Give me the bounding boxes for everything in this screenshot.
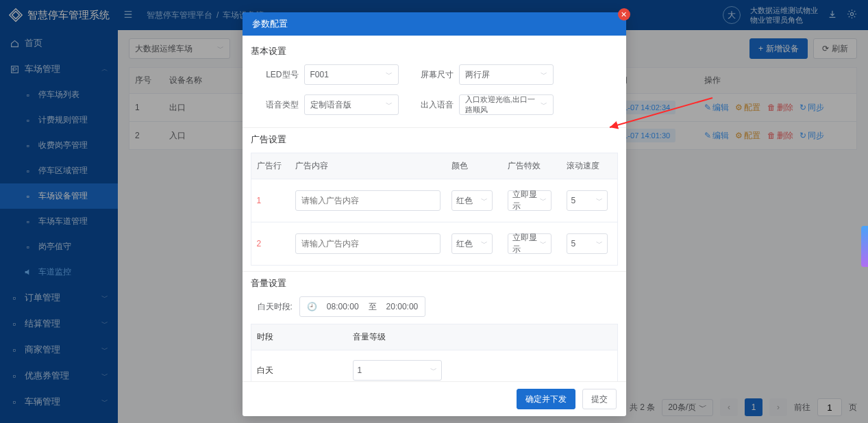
chevron-down-icon: ﹀ [386,100,393,110]
modal-title: 参数配置 [252,18,288,29]
chevron-down-icon: ﹀ [537,239,547,248]
ad-speed-select[interactable]: 5﹀ [567,190,608,211]
ad-row: 2 红色﹀ 立即显示﹀ 5﹀ [251,222,617,265]
modal-footer: 确定并下发 提交 [243,381,626,416]
chevron-down-icon: ﹀ [427,366,437,375]
ad-color-select[interactable]: 红色﹀ [451,233,493,254]
chevron-down-icon: ﹀ [541,100,547,110]
chevron-down-icon: ﹀ [593,239,603,248]
voice-type-select[interactable]: 定制语音版﹀ [304,94,399,115]
screen-size-select[interactable]: 两行屏﹀ [459,64,554,85]
ad-effect-select[interactable]: 立即显示﹀ [508,233,551,254]
ad-table: 广告行 广告内容 颜色 广告特效 滚动速度 1 红色﹀ 立即显示﹀ 5﹀ 2 红… [251,153,618,266]
close-icon[interactable]: ✕ [618,8,630,21]
chevron-down-icon: ﹀ [386,70,393,79]
ad-row: 1 红色﹀ 立即显示﹀ 5﹀ [251,179,617,222]
modal-header: 参数配置 ✕ [243,12,626,36]
chevron-down-icon: ﹀ [478,196,488,205]
side-feedback-tab[interactable] [861,226,868,267]
submit-button[interactable]: 提交 [582,389,617,409]
screen-size-label: 屏幕尺寸 [412,69,454,81]
confirm-send-button[interactable]: 确定并下发 [517,389,575,409]
section-basic: 基本设置 [251,45,618,57]
modal-mask: 参数配置 ✕ 基本设置 LED型号 F001﹀ 屏幕尺寸 两行屏﹀ 语音类型 定… [0,0,868,423]
led-model-select[interactable]: F001﹀ [304,64,399,85]
day-range-label: 白天时段: [258,301,293,313]
clock-icon: 🕘 [307,302,317,311]
time-range-picker[interactable]: 🕘 08:00:00 至 20:00:00 [299,296,425,317]
chevron-down-icon: ﹀ [541,70,547,79]
chevron-down-icon: ﹀ [593,196,603,205]
param-config-modal: 参数配置 ✕ 基本设置 LED型号 F001﹀ 屏幕尺寸 两行屏﹀ 语音类型 定… [243,12,626,416]
volume-row: 白天 1﹀ [251,350,617,381]
ad-content-input[interactable] [295,233,441,254]
io-voice-label: 出入语音 [412,99,454,111]
io-voice-select[interactable]: 入口欢迎光临,出口一路顺风﹀ [459,94,554,115]
ad-speed-select[interactable]: 5﹀ [567,233,608,254]
section-volume: 音量设置 [251,277,618,290]
ad-content-input[interactable] [295,190,441,211]
day-volume-select[interactable]: 1﹀ [353,360,442,381]
volume-table: 时段 音量等级 白天 1﹀ 夜间 1﹀ [251,324,618,381]
chevron-down-icon: ﹀ [478,239,488,248]
section-ad: 广告设置 [251,133,618,146]
voice-type-label: 语音类型 [258,99,299,111]
led-model-label: LED型号 [258,69,299,81]
chevron-down-icon: ﹀ [537,196,547,205]
ad-color-select[interactable]: 红色﹀ [451,190,493,211]
ad-effect-select[interactable]: 立即显示﹀ [508,190,551,211]
